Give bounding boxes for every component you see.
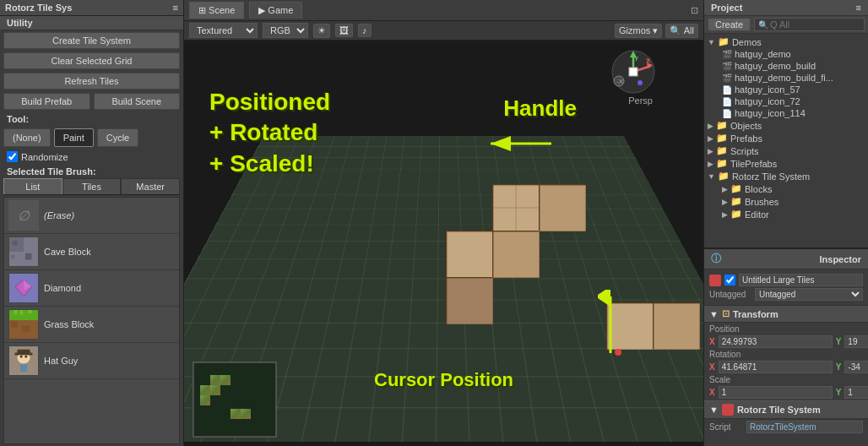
tree-item-tileprefabs[interactable]: ▶ 📁 TilePrefabs xyxy=(704,157,868,170)
expand-component-icon[interactable]: ▼ xyxy=(709,405,719,415)
tree-item-hatguy-demo[interactable]: 🎬 hatguy_demo xyxy=(704,48,868,60)
rotation-label: Rotation xyxy=(709,350,751,359)
clear-grid-button[interactable]: Clear Selected Grid xyxy=(3,52,180,69)
x-label-scale: X xyxy=(709,388,715,397)
svg-rect-2 xyxy=(13,241,18,246)
tree-item-demos[interactable]: ▼ 📁 Demos xyxy=(704,35,868,48)
create-button[interactable]: Create xyxy=(708,18,751,31)
rotation-x-input[interactable] xyxy=(719,361,833,373)
scene-tab[interactable]: ⊞ Scene xyxy=(189,2,244,19)
tree-label-icon-72: hatguy_icon_72 xyxy=(735,96,800,106)
chevron-down-icon: ▼ xyxy=(708,38,715,46)
randomize-row: Randomize xyxy=(0,149,183,165)
folder-icon-editor: 📁 xyxy=(730,209,742,220)
view-mode-select[interactable]: Textured Wireframe xyxy=(189,23,258,38)
handle-text-overlay: Handle xyxy=(503,95,577,122)
chevron-right-icon: ▶ xyxy=(708,122,713,130)
scene-view[interactable]: Positioned + Rotated + Scaled! Handle Cu… xyxy=(184,41,703,446)
expand-transform-icon[interactable]: ▼ xyxy=(709,309,719,319)
tile-item-erase[interactable]: ∅ (Erase) xyxy=(4,198,179,234)
tree-label-scripts: Scripts xyxy=(730,146,759,156)
folder-icon-tileprefabs: 📁 xyxy=(716,158,728,169)
scene-tab-bar: ⊞ Scene ▶ Game ⊡ xyxy=(184,0,703,21)
randomize-checkbox[interactable] xyxy=(7,151,18,162)
inspector-icon: ⓘ xyxy=(711,252,721,266)
middle-panel: ⊞ Scene ▶ Game ⊡ Textured Wireframe RGB … xyxy=(184,0,703,446)
create-system-button[interactable]: Create Tile System xyxy=(3,32,180,49)
tree-item-icon-114[interactable]: 📄 hatguy_icon_114 xyxy=(704,107,868,119)
build-prefab-button[interactable]: Build Prefab xyxy=(3,93,90,110)
tree-item-icon-57[interactable]: 📄 hatguy_icon_57 xyxy=(704,84,868,95)
tile-item-grass[interactable]: Grass Block xyxy=(4,307,179,343)
tree-item-brushes[interactable]: ▶ 📁 Brushes xyxy=(704,195,868,208)
x-label-pos: X xyxy=(709,337,715,346)
tile-item-hat[interactable]: Hat Guy xyxy=(4,343,179,379)
svg-rect-3 xyxy=(25,253,32,260)
panel-menu-icon[interactable]: ≡ xyxy=(856,3,861,13)
project-search: 🔍 xyxy=(754,18,865,31)
brush-label: Selected Tile Brush: xyxy=(0,165,183,178)
gizmos-button[interactable]: Gizmos ▾ xyxy=(615,24,662,38)
tree-item-blocks[interactable]: ▶ 📁 Blocks xyxy=(704,182,868,195)
tree-item-icon-72[interactable]: 📄 hatguy_icon_72 xyxy=(704,95,868,107)
tree-item-prefabs[interactable]: ▶ 📁 Prefabs xyxy=(704,132,868,144)
object-name-input[interactable] xyxy=(739,274,863,286)
block-3 xyxy=(446,231,492,277)
project-search-input[interactable] xyxy=(770,19,860,30)
folder-icon-blocks: 📁 xyxy=(730,183,742,194)
tool-cycle-button[interactable]: Cycle xyxy=(97,128,139,147)
game-tab[interactable]: ▶ Game xyxy=(249,2,302,19)
position-x-input[interactable] xyxy=(719,335,833,348)
panel-title-bar: Rotorz Tile Sys ≡ xyxy=(0,0,183,16)
folder-icon-scripts: 📁 xyxy=(716,145,728,156)
tree-item-scripts[interactable]: ▶ 📁 Scripts xyxy=(704,144,868,157)
build-scene-button[interactable]: Build Scene xyxy=(94,93,181,110)
tab-list[interactable]: List xyxy=(3,178,62,194)
search-icon: 🔍 xyxy=(670,25,681,35)
tree-label-demos: Demos xyxy=(732,37,762,47)
rotation-y-input[interactable] xyxy=(844,361,868,373)
tile-item-diamond[interactable]: Diamond xyxy=(4,270,179,307)
tag-select[interactable]: Untagged xyxy=(755,288,863,301)
svg-rect-7 xyxy=(9,310,38,320)
tab-master[interactable]: Master xyxy=(121,178,180,194)
color-mode-select[interactable]: RGB xyxy=(263,23,308,38)
scale-y-input[interactable] xyxy=(844,386,868,399)
scale-x-input[interactable] xyxy=(719,386,833,399)
tree-item-hatguy-build[interactable]: 🎬 hatguy_demo_build xyxy=(704,60,868,72)
project-header: Project ≡ xyxy=(704,0,868,16)
image-icon-btn[interactable]: 🖼 xyxy=(335,24,353,37)
tree-label-brushes: Brushes xyxy=(745,197,778,207)
svg-point-18 xyxy=(20,356,23,358)
tree-item-hatguy-build-fi[interactable]: 🎬 hatguy_demo_build_fi... xyxy=(704,72,868,84)
sun-icon-btn[interactable]: ☀ xyxy=(313,24,330,38)
tree-item-rotorz[interactable]: ▼ 📁 Rotorz Tile System xyxy=(704,170,868,182)
expand-icon[interactable]: ⊡ xyxy=(691,5,698,16)
scale-group: Scale X Y xyxy=(704,375,868,399)
tab-tiles[interactable]: Tiles xyxy=(62,178,122,194)
tile-item-cave[interactable]: Cave Block xyxy=(4,234,179,270)
all-button[interactable]: 🔍 All xyxy=(665,24,698,38)
tool-none-button[interactable]: (None) xyxy=(3,128,51,147)
y-label-pos: Y xyxy=(836,337,842,346)
svg-rect-20 xyxy=(493,185,540,231)
block-4 xyxy=(492,231,539,277)
object-active-checkbox[interactable] xyxy=(724,275,735,286)
chevron-down-icon-2: ▼ xyxy=(708,172,715,181)
panel-collapse-icon[interactable]: ≡ xyxy=(173,3,178,13)
position-y-input[interactable] xyxy=(844,335,868,348)
audio-icon-btn[interactable]: ♪ xyxy=(358,24,372,37)
nav-gizmo[interactable]: Y X -X xyxy=(610,49,657,95)
chevron-right-icon-5: ▶ xyxy=(722,185,728,193)
script-value[interactable]: RotorzTileSystem xyxy=(746,421,863,433)
refresh-tiles-button[interactable]: Refresh Tiles xyxy=(3,73,180,90)
chevron-right-icon-2: ▶ xyxy=(708,134,713,143)
svg-rect-13 xyxy=(22,326,30,333)
tool-paint-button[interactable]: Paint xyxy=(54,128,94,147)
tree-item-editor[interactable]: ▶ 📁 Editor xyxy=(704,208,868,220)
rotation-row: Rotation xyxy=(709,350,863,359)
tree-item-objects[interactable]: ▶ 📁 Objects xyxy=(704,119,868,132)
svg-rect-34 xyxy=(654,303,700,350)
brush-tabs-row: List Tiles Master xyxy=(3,178,180,195)
folder-icon-objects: 📁 xyxy=(716,120,728,131)
